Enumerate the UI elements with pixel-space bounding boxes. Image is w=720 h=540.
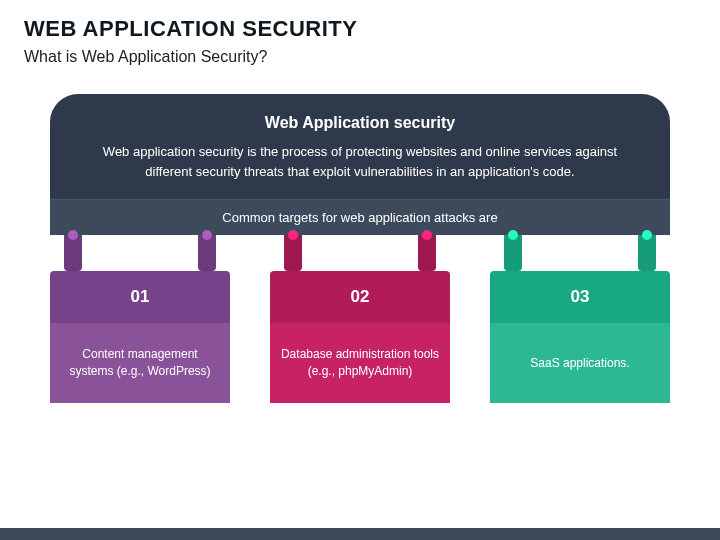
- tab-connector-icon: [64, 235, 82, 271]
- card-02: 02 Database administration tools (e.g., …: [270, 271, 450, 403]
- subbar: Common targets for web application attac…: [50, 199, 670, 235]
- card-text: SaaS applications.: [490, 323, 670, 403]
- page-subtitle: What is Web Application Security?: [24, 48, 696, 66]
- page-title: WEB APPLICATION SECURITY: [24, 16, 696, 42]
- header: WEB APPLICATION SECURITY What is Web App…: [0, 0, 720, 74]
- tab-connector-icon: [504, 235, 522, 271]
- tab-connector-icon: [638, 235, 656, 271]
- cards-row: 01 Content management systems (e.g., Wor…: [50, 235, 670, 403]
- card-01: 01 Content management systems (e.g., Wor…: [50, 271, 230, 403]
- footer-bar: [0, 528, 720, 540]
- tab-connector-icon: [418, 235, 436, 271]
- card-tabs: [490, 235, 670, 271]
- card-number: 02: [270, 271, 450, 323]
- card-number: 03: [490, 271, 670, 323]
- card-text: Content management systems (e.g., WordPr…: [50, 323, 230, 403]
- card-number: 01: [50, 271, 230, 323]
- card-tabs: [270, 235, 450, 271]
- tab-connector-icon: [284, 235, 302, 271]
- subbar-text: Common targets for web application attac…: [222, 210, 497, 225]
- card-03: 03 SaaS applications.: [490, 271, 670, 403]
- card-text: Database administration tools (e.g., php…: [270, 323, 450, 403]
- main-panel: Web Application security Web application…: [50, 94, 670, 199]
- panel-description: Web application security is the process …: [90, 142, 630, 181]
- tab-connector-icon: [198, 235, 216, 271]
- card-tabs: [50, 235, 230, 271]
- panel-title: Web Application security: [90, 114, 630, 132]
